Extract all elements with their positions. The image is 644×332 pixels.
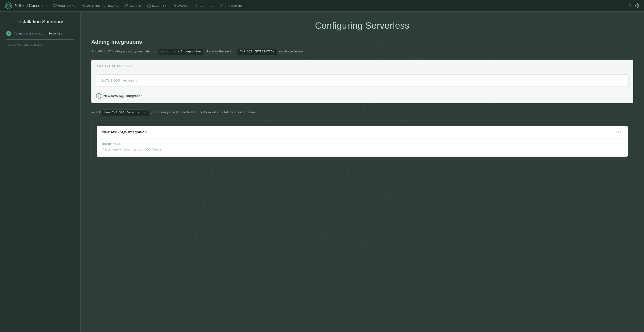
help-icon[interactable]: ?: [629, 3, 632, 8]
section1-title: Adding Integrations: [91, 39, 633, 45]
nav-label-assets: ASSETS: [130, 5, 141, 7]
nav-item-distributed-tracing[interactable]: DISTRIBUTED TRACING: [80, 3, 122, 9]
svg-line-9: [83, 6, 84, 6]
section1-text-middle: , look for the section: [205, 49, 235, 53]
nav-item-security[interactable]: SECURITY: [144, 3, 169, 9]
mock-dialog-esc[interactable]: ESC: [616, 131, 622, 134]
content-inner: Configuring Serverless Adding Integratio…: [80, 12, 644, 179]
sidebar-tip: Tip: Click on a step to go back.: [6, 43, 74, 46]
mock-dialog-title: New AWS SQS Integration: [102, 130, 147, 134]
tracing-icon: [82, 4, 86, 8]
nav-item-show-demo[interactable]: SHOW DEMO: [217, 3, 245, 9]
nav-label-settings: SETTINGS: [200, 5, 214, 7]
page-title: Configuring Serverless: [91, 21, 633, 31]
mock-card-title: AWS SQS INTEGRATION: [97, 64, 628, 67]
add-integration-icon: +: [96, 93, 101, 99]
step-separator: [45, 32, 46, 35]
nav-label-events: EVENTS: [178, 5, 188, 7]
nav-label-security: SECURITY: [152, 5, 166, 7]
mock-dialog-body: QUEUE NAME A nickname to recognize your …: [97, 138, 628, 156]
sidebar-title: Installation Summary: [6, 19, 74, 25]
svg-rect-2: [53, 5, 56, 7]
svg-marker-16: [221, 5, 222, 6]
nav-item-assets[interactable]: ASSETS: [122, 3, 144, 9]
power-icon[interactable]: ⏻: [635, 3, 640, 8]
demo-icon: [220, 4, 223, 8]
step-connect-indicator: ✓: [6, 31, 11, 36]
assets-icon: [125, 4, 129, 8]
events-icon: [172, 4, 176, 8]
step-check-icon: ✓: [8, 32, 10, 35]
mock-dialog-field-placeholder: A nickname to recognize your SQS Queue: [102, 148, 622, 152]
nav-label-show-demo: SHOW DEMO: [225, 5, 242, 7]
mock-card-sqs: AWS SQS INTEGRATION No AWS SQS integrati…: [91, 60, 633, 103]
nav-item-settings[interactable]: SETTINGS: [192, 3, 216, 9]
nav-items: MONITORING DISTRIBUTED TRACING ASSETS SE…: [50, 3, 629, 9]
mock-dialog: New AWS SQS Integration ESC QUEUE NAME A…: [97, 126, 628, 156]
navbar-right: ? ⏻: [629, 3, 640, 8]
step-connect-label[interactable]: Connect your process: [14, 32, 42, 35]
nav-item-monitoring[interactable]: MONITORING: [50, 3, 78, 9]
brand-logo: [4, 2, 12, 10]
brand[interactable]: N|Solid Console: [4, 2, 44, 10]
page-title-bar: Configuring Serverless: [91, 12, 633, 39]
mock-dialog-wrapper: New AWS SQS Integration ESC QUEUE NAME A…: [91, 120, 633, 162]
mock-card-action[interactable]: + New AWS SQS Integration: [92, 90, 633, 103]
step-serverless-label[interactable]: Serverless: [48, 32, 62, 35]
section1-badge1: settings > Integration: [158, 49, 204, 55]
mock-dialog-field-label: QUEUE NAME: [102, 143, 622, 145]
sidebar-steps: ✓ Connect your process Serverless: [6, 31, 74, 36]
section2-text-after: , here you you will need to fill in the …: [151, 110, 256, 114]
section1-text-before: Add AWS SQS integrations by navigating t…: [91, 49, 156, 53]
layout: Installation Summary ✓ Connect your proc…: [0, 12, 644, 332]
nav-label-distributed-tracing: DISTRIBUTED TRACING: [87, 5, 119, 7]
svg-point-5: [82, 5, 83, 6]
svg-marker-1: [6, 4, 10, 8]
svg-line-13: [174, 6, 175, 6]
mock-card-header: AWS SQS INTEGRATION: [92, 60, 633, 71]
svg-point-14: [196, 5, 197, 6]
svg-line-8: [83, 5, 84, 5]
section1-text-after: as shown bellow:: [279, 49, 304, 53]
sidebar-divider: [6, 39, 74, 40]
section1-text: Add AWS SQS integrations by navigating t…: [91, 49, 633, 55]
mock-card-empty: No AWS SQS integrations: [96, 74, 628, 86]
mock-card-action-text[interactable]: New AWS SQS Integration: [104, 94, 142, 98]
sidebar: Installation Summary ✓ Connect your proc…: [0, 12, 80, 332]
svg-point-7: [84, 6, 86, 7]
section2-badge: New AWS SQS Integration: [102, 110, 149, 116]
main-content: Configuring Serverless Adding Integratio…: [80, 12, 644, 332]
section2-text: select New AWS SQS Integration , here yo…: [91, 110, 633, 116]
navbar: N|Solid Console MONITORING DISTRIBUTED T…: [0, 0, 644, 12]
security-icon: [147, 4, 151, 8]
section1-badge2: AWS SQS INTEGRATION: [237, 49, 277, 55]
nav-label-monitoring: MONITORING: [58, 5, 76, 7]
svg-point-6: [84, 5, 86, 5]
svg-rect-10: [126, 5, 128, 7]
brand-text: N|Solid Console: [15, 3, 44, 8]
nav-item-events[interactable]: EVENTS: [170, 3, 191, 9]
section2-text-before: select: [91, 110, 100, 114]
monitor-icon: [53, 4, 56, 8]
settings-icon: [195, 4, 198, 8]
mock-dialog-header: New AWS SQS Integration ESC: [97, 126, 628, 138]
